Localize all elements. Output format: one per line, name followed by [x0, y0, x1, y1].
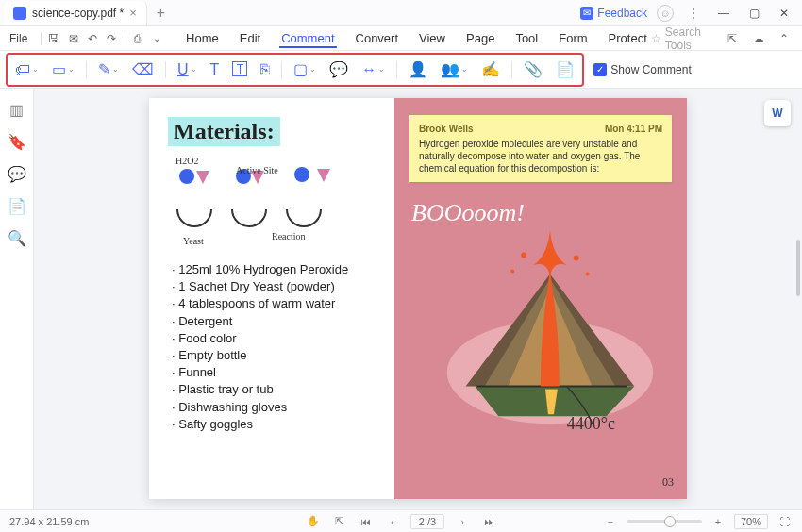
- pencil-tool-icon[interactable]: ✎⌄: [96, 60, 121, 78]
- file-menu[interactable]: File: [0, 32, 37, 45]
- word-export-badge[interactable]: W: [764, 100, 791, 126]
- zoom-slider[interactable]: [627, 520, 702, 523]
- list-item: 125ml 10% Hydrogen Peroxide: [172, 261, 376, 278]
- label-active-site: Active Site: [236, 165, 278, 175]
- note-tool-icon[interactable]: 🏷⌄: [13, 61, 41, 78]
- attachment-panel-icon[interactable]: 📄: [8, 196, 26, 215]
- print-icon[interactable]: ⎙: [128, 28, 145, 49]
- highlight-tool-icon[interactable]: ▭⌄: [50, 60, 76, 78]
- callout-tool-icon[interactable]: ⎘: [259, 61, 272, 78]
- feedback-icon: ✉: [580, 7, 593, 20]
- feedback-label: Feedback: [597, 7, 647, 20]
- comment-ribbon: 🏷⌄ ▭⌄ ✎⌄ ⌫ U⌄ T 🅃 ⎘ ▢⌄ 💬 ↔⌄ 👤 👥⌄ ✍ 📎 📄 ✓…: [0, 51, 802, 89]
- search-panel-icon[interactable]: 🔍: [8, 228, 26, 247]
- last-page-icon[interactable]: ⏭: [480, 513, 497, 530]
- fit-page-icon[interactable]: ⛶: [776, 513, 793, 530]
- maximize-button[interactable]: ▢: [744, 3, 764, 24]
- stamp-tool-icon[interactable]: 👤: [407, 60, 429, 78]
- cloud-icon[interactable]: ☁: [750, 28, 767, 49]
- list-item: Plastic tray or tub: [172, 381, 376, 398]
- note-time: Mon 4:11 PM: [605, 123, 662, 135]
- first-page-icon[interactable]: ⏮: [358, 513, 375, 530]
- note-list-icon[interactable]: 📄: [554, 60, 576, 78]
- eraser-tool-icon[interactable]: ⌫: [130, 60, 156, 78]
- menu-edit[interactable]: Edit: [238, 29, 262, 48]
- workspace: ▥ 🔖 💬 📄 🔍 Materials: H2O2 Active Site Ye…: [0, 89, 802, 509]
- svg-point-4: [294, 167, 309, 182]
- comment-box-icon[interactable]: 💬: [327, 60, 350, 78]
- show-comment-label: Show Comment: [610, 63, 691, 76]
- feedback-button[interactable]: ✉ Feedback: [580, 7, 647, 20]
- tab-title: science-copy.pdf *: [32, 7, 124, 20]
- minimize-button[interactable]: —: [713, 3, 734, 24]
- statusbar: 27.94 x 21.59 cm ✋ ⇱ ⏮ ‹ 2 /3 › ⏭ − + 70…: [0, 509, 802, 532]
- show-comment-toggle[interactable]: ✓ Show Comment: [593, 63, 691, 76]
- thumbnails-icon[interactable]: ▥: [8, 100, 26, 119]
- scrollbar[interactable]: [796, 240, 800, 296]
- search-icon: ☆: [651, 32, 661, 45]
- text-tool-icon[interactable]: T: [209, 61, 222, 78]
- page-indicator[interactable]: 2 /3: [410, 514, 444, 529]
- new-tab-button[interactable]: +: [147, 5, 175, 22]
- share-icon[interactable]: ⇱: [724, 28, 741, 49]
- list-item: Detergent: [172, 313, 376, 330]
- bookmark-icon[interactable]: 🔖: [8, 132, 26, 151]
- main-menu: Home Edit Comment Convert View Page Tool…: [184, 29, 649, 48]
- select-tool-icon[interactable]: ⇱: [331, 513, 348, 530]
- note-author: Brook Wells: [419, 123, 474, 135]
- page-right: Brook Wells Mon 4:11 PM Hydrogen peroxid…: [394, 98, 687, 499]
- close-tab-icon[interactable]: ×: [129, 6, 137, 20]
- menu-convert[interactable]: Convert: [354, 29, 401, 48]
- signature-tool-icon[interactable]: ✍: [479, 60, 502, 78]
- underline-tool-icon[interactable]: U⌄: [175, 61, 199, 78]
- label-h2o2: H2O2: [175, 156, 198, 166]
- menu-tool[interactable]: Tool: [513, 29, 540, 48]
- menu-view[interactable]: View: [417, 29, 447, 48]
- prev-page-icon[interactable]: ‹: [384, 513, 401, 530]
- zoom-in-icon[interactable]: +: [710, 513, 727, 530]
- page-canvas[interactable]: Materials: H2O2 Active Site Yeast Reacti…: [34, 89, 802, 509]
- zoom-out-icon[interactable]: −: [602, 513, 619, 530]
- rectangle-tool-icon[interactable]: ▢⌄: [292, 60, 318, 78]
- undo-icon[interactable]: ↶: [84, 28, 101, 49]
- svg-point-13: [574, 256, 579, 261]
- redo-icon[interactable]: ↷: [103, 28, 120, 49]
- close-window-button[interactable]: ✕: [774, 3, 794, 24]
- list-item: 4 tablespoons of warm water: [172, 295, 376, 312]
- menu-dots-icon[interactable]: ⋮: [683, 3, 704, 24]
- next-page-icon[interactable]: ›: [454, 513, 471, 530]
- stamp-add-icon[interactable]: 👥⌄: [439, 60, 470, 78]
- hand-tool-icon[interactable]: ✋: [305, 513, 322, 530]
- collapse-ribbon-icon[interactable]: ⌃: [776, 28, 793, 49]
- menu-page[interactable]: Page: [464, 29, 496, 48]
- note-body: Hydrogen peroxide molecules are very uns…: [419, 138, 662, 175]
- document-tab[interactable]: science-copy.pdf * ×: [4, 1, 147, 25]
- diagram-sketch: H2O2 Active Site Yeast Reaction: [168, 156, 376, 250]
- page-number: 03: [662, 475, 674, 490]
- page-left: Materials: H2O2 Active Site Yeast Reacti…: [149, 98, 394, 499]
- avatar[interactable]: ☺: [657, 5, 674, 22]
- sticky-note[interactable]: Brook Wells Mon 4:11 PM Hydrogen peroxid…: [409, 115, 672, 182]
- menu-form[interactable]: Form: [557, 29, 589, 48]
- measure-tool-icon[interactable]: ↔⌄: [359, 61, 387, 78]
- save-icon[interactable]: 🖫: [45, 28, 62, 49]
- comment-panel-icon[interactable]: 💬: [8, 164, 26, 183]
- print-dropdown-icon[interactable]: ⌄: [148, 28, 165, 49]
- textbox-tool-icon[interactable]: 🅃: [230, 61, 249, 78]
- svg-marker-5: [317, 169, 330, 182]
- zoom-value[interactable]: 70%: [734, 514, 768, 529]
- svg-point-12: [521, 253, 526, 258]
- svg-marker-1: [196, 171, 209, 184]
- volcano-illustration: 4400°c: [409, 222, 672, 439]
- menu-protect[interactable]: Protect: [607, 29, 649, 48]
- left-sidebar: ▥ 🔖 💬 📄 🔍: [0, 89, 34, 509]
- mail-icon[interactable]: ✉: [65, 28, 82, 49]
- ribbon-highlight-box: 🏷⌄ ▭⌄ ✎⌄ ⌫ U⌄ T 🅃 ⎘ ▢⌄ 💬 ↔⌄ 👤 👥⌄ ✍ 📎 📄: [6, 53, 584, 87]
- list-item: Food color: [172, 330, 376, 347]
- label-yeast: Yeast: [183, 236, 204, 246]
- attachment-tool-icon[interactable]: 📎: [522, 60, 544, 78]
- list-item: Safty goggles: [172, 416, 376, 433]
- search-tools[interactable]: ☆ Search Tools: [651, 25, 714, 52]
- menu-comment[interactable]: Comment: [279, 29, 336, 48]
- menu-home[interactable]: Home: [184, 29, 221, 48]
